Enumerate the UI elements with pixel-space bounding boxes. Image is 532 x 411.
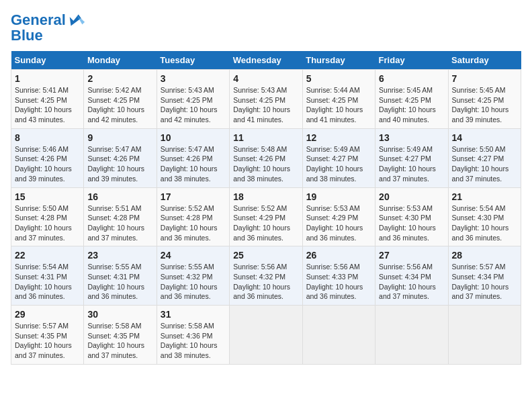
day-info: Sunrise: 5:55 AMSunset: 4:32 PMDaylight:… [161, 263, 218, 300]
calendar-cell: 19 Sunrise: 5:53 AMSunset: 4:29 PMDaylig… [302, 187, 375, 246]
calendar-cell: 5 Sunrise: 5:44 AMSunset: 4:25 PMDayligh… [302, 70, 375, 129]
day-number: 4 [233, 73, 298, 84]
day-number: 11 [233, 132, 298, 143]
calendar-cell: 21 Sunrise: 5:54 AMSunset: 4:30 PMDaylig… [448, 187, 521, 246]
calendar-cell: 10 Sunrise: 5:47 AMSunset: 4:26 PMDaylig… [157, 128, 229, 187]
day-info: Sunrise: 5:53 AMSunset: 4:29 PMDaylight:… [306, 204, 363, 242]
day-number: 2 [87, 73, 152, 84]
calendar-cell: 15 Sunrise: 5:50 AMSunset: 4:28 PMDaylig… [11, 187, 84, 246]
day-info: Sunrise: 5:56 AMSunset: 4:34 PMDaylight:… [379, 263, 436, 300]
calendar-cell: 29 Sunrise: 5:57 AMSunset: 4:35 PMDaylig… [11, 306, 84, 365]
day-number: 24 [161, 250, 226, 261]
day-number: 26 [306, 250, 371, 261]
calendar-cell [448, 306, 521, 365]
day-number: 30 [87, 309, 152, 320]
day-number: 1 [15, 73, 80, 84]
calendar-cell: 26 Sunrise: 5:56 AMSunset: 4:33 PMDaylig… [302, 246, 375, 306]
day-info: Sunrise: 5:49 AMSunset: 4:27 PMDaylight:… [379, 145, 436, 183]
day-number: 21 [452, 191, 517, 202]
calendar-cell: 9 Sunrise: 5:47 AMSunset: 4:26 PMDayligh… [84, 128, 157, 187]
weekday-header-wednesday: Wednesday [230, 51, 302, 70]
weekday-header-sunday: Sunday [11, 51, 84, 70]
day-number: 12 [306, 132, 371, 143]
day-number: 29 [15, 309, 80, 320]
calendar-table: SundayMondayTuesdayWednesdayThursdayFrid… [11, 51, 521, 365]
calendar-cell: 18 Sunrise: 5:52 AMSunset: 4:29 PMDaylig… [230, 187, 302, 246]
calendar-cell: 30 Sunrise: 5:58 AMSunset: 4:35 PMDaylig… [84, 306, 157, 365]
day-info: Sunrise: 5:47 AMSunset: 4:26 PMDaylight:… [161, 145, 218, 183]
day-number: 10 [161, 132, 226, 143]
calendar-cell: 24 Sunrise: 5:55 AMSunset: 4:32 PMDaylig… [157, 246, 229, 306]
calendar-cell [230, 306, 302, 365]
day-number: 31 [161, 309, 226, 320]
day-number: 15 [15, 191, 80, 202]
day-info: Sunrise: 5:43 AMSunset: 4:25 PMDaylight:… [161, 86, 218, 124]
calendar-cell: 8 Sunrise: 5:46 AMSunset: 4:26 PMDayligh… [11, 128, 84, 187]
calendar-cell: 25 Sunrise: 5:56 AMSunset: 4:32 PMDaylig… [230, 246, 302, 306]
day-info: Sunrise: 5:57 AMSunset: 4:34 PMDaylight:… [452, 263, 509, 300]
calendar-cell: 2 Sunrise: 5:42 AMSunset: 4:25 PMDayligh… [84, 70, 157, 129]
day-number: 14 [452, 132, 517, 143]
weekday-header-friday: Friday [375, 51, 448, 70]
day-number: 9 [87, 132, 152, 143]
day-info: Sunrise: 5:51 AMSunset: 4:28 PMDaylight:… [87, 204, 144, 242]
day-info: Sunrise: 5:42 AMSunset: 4:25 PMDaylight:… [87, 86, 144, 124]
day-info: Sunrise: 5:46 AMSunset: 4:26 PMDaylight:… [15, 145, 72, 183]
day-info: Sunrise: 5:58 AMSunset: 4:36 PMDaylight:… [161, 322, 218, 359]
logo-text: General [11, 12, 66, 28]
day-info: Sunrise: 5:50 AMSunset: 4:28 PMDaylight:… [15, 204, 72, 242]
day-number: 3 [161, 73, 226, 84]
calendar-cell: 22 Sunrise: 5:54 AMSunset: 4:31 PMDaylig… [11, 246, 84, 306]
calendar-cell: 17 Sunrise: 5:52 AMSunset: 4:28 PMDaylig… [157, 187, 229, 246]
day-info: Sunrise: 5:58 AMSunset: 4:35 PMDaylight:… [87, 322, 144, 359]
day-info: Sunrise: 5:54 AMSunset: 4:30 PMDaylight:… [452, 204, 509, 242]
calendar-cell: 13 Sunrise: 5:49 AMSunset: 4:27 PMDaylig… [375, 128, 448, 187]
day-number: 23 [87, 250, 152, 261]
day-info: Sunrise: 5:45 AMSunset: 4:25 PMDaylight:… [379, 86, 436, 124]
logo: General Blue [11, 11, 86, 44]
day-info: Sunrise: 5:55 AMSunset: 4:31 PMDaylight:… [87, 263, 144, 300]
day-info: Sunrise: 5:54 AMSunset: 4:31 PMDaylight:… [15, 263, 72, 300]
day-number: 6 [379, 73, 444, 84]
calendar-cell: 7 Sunrise: 5:45 AMSunset: 4:25 PMDayligh… [448, 70, 521, 129]
calendar-cell: 16 Sunrise: 5:51 AMSunset: 4:28 PMDaylig… [84, 187, 157, 246]
day-info: Sunrise: 5:52 AMSunset: 4:28 PMDaylight:… [161, 204, 218, 242]
calendar-cell: 3 Sunrise: 5:43 AMSunset: 4:25 PMDayligh… [157, 70, 229, 129]
day-number: 7 [452, 73, 517, 84]
calendar-cell: 12 Sunrise: 5:49 AMSunset: 4:27 PMDaylig… [302, 128, 375, 187]
day-number: 17 [161, 191, 226, 202]
day-info: Sunrise: 5:48 AMSunset: 4:26 PMDaylight:… [233, 145, 290, 183]
day-info: Sunrise: 5:49 AMSunset: 4:27 PMDaylight:… [306, 145, 363, 183]
day-info: Sunrise: 5:41 AMSunset: 4:25 PMDaylight:… [15, 86, 72, 124]
calendar-week-2: 8 Sunrise: 5:46 AMSunset: 4:26 PMDayligh… [11, 128, 521, 187]
calendar-cell [302, 306, 375, 365]
day-number: 8 [15, 132, 80, 143]
day-number: 28 [452, 250, 517, 261]
day-info: Sunrise: 5:57 AMSunset: 4:35 PMDaylight:… [15, 322, 72, 359]
calendar-cell: 28 Sunrise: 5:57 AMSunset: 4:34 PMDaylig… [448, 246, 521, 306]
day-info: Sunrise: 5:45 AMSunset: 4:25 PMDaylight:… [452, 86, 509, 124]
calendar-cell: 11 Sunrise: 5:48 AMSunset: 4:26 PMDaylig… [230, 128, 302, 187]
logo-icon [67, 11, 86, 30]
calendar-cell: 31 Sunrise: 5:58 AMSunset: 4:36 PMDaylig… [157, 306, 229, 365]
calendar-cell: 14 Sunrise: 5:50 AMSunset: 4:27 PMDaylig… [448, 128, 521, 187]
day-number: 27 [379, 250, 444, 261]
calendar-week-3: 15 Sunrise: 5:50 AMSunset: 4:28 PMDaylig… [11, 187, 521, 246]
day-number: 16 [87, 191, 152, 202]
calendar-cell: 23 Sunrise: 5:55 AMSunset: 4:31 PMDaylig… [84, 246, 157, 306]
calendar-cell: 4 Sunrise: 5:43 AMSunset: 4:25 PMDayligh… [230, 70, 302, 129]
day-info: Sunrise: 5:44 AMSunset: 4:25 PMDaylight:… [306, 86, 363, 124]
day-number: 18 [233, 191, 298, 202]
calendar-cell: 1 Sunrise: 5:41 AMSunset: 4:25 PMDayligh… [11, 70, 84, 129]
day-number: 20 [379, 191, 444, 202]
calendar-cell [375, 306, 448, 365]
calendar-week-1: 1 Sunrise: 5:41 AMSunset: 4:25 PMDayligh… [11, 70, 521, 129]
day-info: Sunrise: 5:43 AMSunset: 4:25 PMDaylight:… [233, 86, 290, 124]
calendar-cell: 20 Sunrise: 5:53 AMSunset: 4:30 PMDaylig… [375, 187, 448, 246]
day-info: Sunrise: 5:53 AMSunset: 4:30 PMDaylight:… [379, 204, 436, 242]
day-number: 5 [306, 73, 371, 84]
calendar-cell: 6 Sunrise: 5:45 AMSunset: 4:25 PMDayligh… [375, 70, 448, 129]
day-number: 22 [15, 250, 80, 261]
calendar-week-5: 29 Sunrise: 5:57 AMSunset: 4:35 PMDaylig… [11, 306, 521, 365]
day-number: 25 [233, 250, 298, 261]
